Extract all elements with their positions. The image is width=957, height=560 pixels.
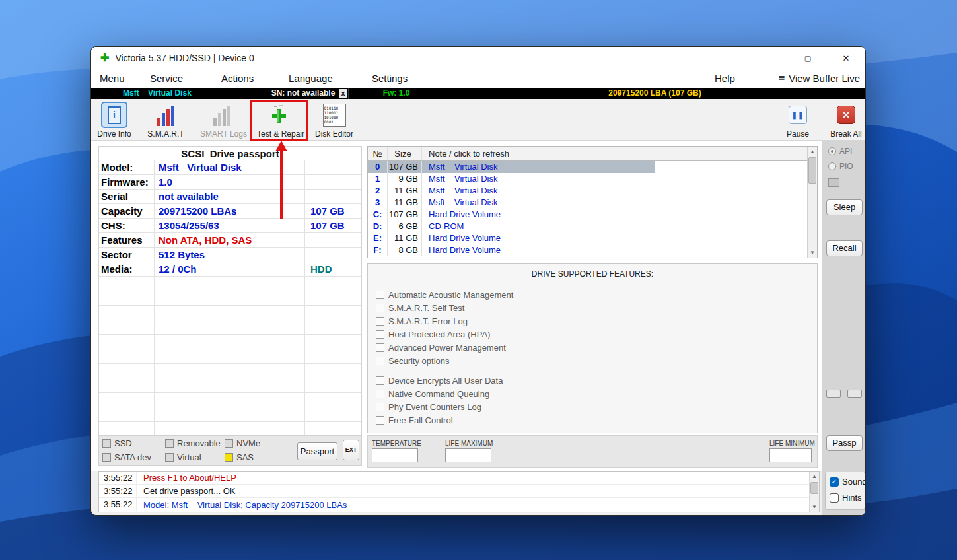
maximize-button[interactable]: ▢ bbox=[789, 47, 827, 69]
features-title: DRIVE SUPPORTED FEATURES: bbox=[368, 269, 817, 279]
passport-row-sector: Sector 512 Bytes bbox=[99, 248, 361, 262]
ext-button[interactable]: EXT bbox=[343, 440, 359, 460]
sleep-button[interactable]: Sleep bbox=[826, 199, 863, 215]
passport-button[interactable]: Passport bbox=[297, 442, 337, 460]
scroll-up-icon[interactable]: ▲ bbox=[810, 472, 819, 481]
menu-item-actions[interactable]: Actions bbox=[221, 73, 254, 84]
drive-list-header[interactable]: № Size Note / click to refresh bbox=[368, 147, 817, 161]
passport-empty-row bbox=[99, 291, 361, 306]
menu-item-language[interactable]: Language bbox=[289, 73, 333, 84]
feature-smart-error-log[interactable]: S.M.A.R.T. Error Log bbox=[376, 314, 817, 328]
feature-free-fall[interactable]: Free-Fall Control bbox=[376, 413, 817, 427]
flag-label: SSD bbox=[114, 438, 132, 448]
hints-checkbox[interactable]: Hints bbox=[830, 493, 862, 503]
titlebar[interactable]: ✚ Victoria 5.37 HDD/SSD | Device 0 — ▢ ✕ bbox=[91, 47, 865, 69]
checkbox-icon-yellow bbox=[225, 453, 233, 462]
scroll-down-icon[interactable]: ▼ bbox=[808, 248, 817, 258]
serial-close-icon[interactable]: x bbox=[339, 89, 347, 98]
menu-item-menu[interactable]: Menu bbox=[100, 73, 125, 84]
disk-editor-binary-icon: 010110 110011 101000 0001 bbox=[321, 102, 347, 128]
small-left-button[interactable] bbox=[826, 390, 841, 398]
feature-security[interactable]: Security options bbox=[376, 354, 817, 367]
view-buffer-live[interactable]: ≣ View Buffer Live bbox=[778, 73, 860, 84]
drive-row-f[interactable]: F: 8 GB Hard Drive Volume bbox=[368, 244, 817, 256]
passport-extra bbox=[305, 190, 361, 203]
feature-label: S.M.A.R.T. Error Log bbox=[388, 316, 468, 326]
drive-row-1[interactable]: 1 9 GB Msft Virtual Disk bbox=[368, 173, 817, 185]
checkbox-icon[interactable] bbox=[376, 390, 384, 398]
checkbox-icon[interactable] bbox=[376, 376, 384, 385]
drive-row-3[interactable]: 3 11 GB Msft Virtual Disk bbox=[368, 197, 817, 209]
checkbox-icon[interactable] bbox=[376, 304, 384, 312]
drive-note: Hard Drive Volume bbox=[422, 209, 655, 221]
col-note-header[interactable]: Note / click to refresh bbox=[422, 147, 655, 160]
checkbox-icon[interactable] bbox=[376, 291, 384, 299]
scrollbar-thumb[interactable] bbox=[810, 482, 818, 494]
recall-button[interactable]: Recall bbox=[826, 240, 863, 256]
drive-row-c[interactable]: C: 107 GB Hard Drive Volume bbox=[368, 209, 817, 221]
strip-capacity: 209715200 LBA (107 GB) bbox=[444, 88, 865, 99]
feature-aam[interactable]: Automatic Acoustic Management bbox=[376, 288, 817, 301]
close-button[interactable]: ✕ bbox=[827, 47, 865, 69]
annotation-highlight-box bbox=[250, 100, 308, 141]
smart-button[interactable]: S.M.A.R.T bbox=[144, 102, 188, 139]
checkbox-icon[interactable] bbox=[376, 403, 384, 411]
scrollbar-thumb[interactable] bbox=[808, 157, 816, 184]
passp-button[interactable]: Passp bbox=[826, 435, 863, 451]
hints-label: Hints bbox=[842, 493, 862, 503]
mode-mini-button[interactable] bbox=[828, 178, 839, 187]
scroll-up-icon[interactable]: ▲ bbox=[808, 147, 817, 157]
temperature-value: – bbox=[372, 448, 418, 462]
checkbox-icon[interactable] bbox=[376, 317, 384, 326]
drive-note: Msft Virtual Disk bbox=[422, 197, 655, 209]
checkbox-icon[interactable] bbox=[376, 357, 384, 365]
disk-editor-button[interactable]: 010110 110011 101000 0001 Disk Editor bbox=[312, 102, 356, 139]
small-right-button[interactable] bbox=[847, 390, 862, 398]
break-all-button[interactable]: ✕ Break All bbox=[824, 102, 866, 139]
checkbox-icon[interactable] bbox=[376, 330, 384, 339]
pio-radio[interactable]: PIO bbox=[828, 162, 853, 171]
checkbox-icon[interactable] bbox=[376, 343, 384, 352]
passport-extra bbox=[305, 175, 361, 189]
radio-icon[interactable] bbox=[828, 147, 836, 155]
api-radio[interactable]: API bbox=[828, 147, 852, 156]
drive-row-0-selected[interactable]: 0 107 GB Msft Virtual Disk bbox=[368, 161, 817, 173]
drive-list-scrollbar[interactable]: ▲ ▼ bbox=[807, 147, 817, 258]
drive-info-button[interactable]: i Drive Info bbox=[92, 102, 136, 139]
feature-phy-counters[interactable]: Phy Event Counters Log bbox=[376, 400, 817, 413]
pause-button[interactable]: ❚❚ Pause bbox=[776, 102, 820, 139]
menu-item-settings[interactable]: Settings bbox=[372, 73, 408, 84]
passport-row-media: Media: 12 / 0Ch HDD bbox=[99, 262, 361, 277]
smart-logs-button[interactable]: SMART Logs bbox=[200, 102, 244, 139]
passport-extra: HDD bbox=[305, 262, 361, 276]
feature-apm[interactable]: Advanced Power Management bbox=[376, 341, 817, 354]
drive-row-d[interactable]: D: 6 GB CD-ROM bbox=[368, 221, 817, 232]
sound-hints-panel: ✓ Sound Hints bbox=[825, 472, 865, 510]
checkbox-icon bbox=[165, 453, 174, 462]
drive-flags-panel: SSD Removable NVMe SATA dev Virtual SAS … bbox=[98, 435, 362, 466]
menu-item-help[interactable]: Help bbox=[715, 73, 735, 84]
feature-encrypt[interactable]: Device Encrypts All User Data bbox=[376, 374, 817, 387]
flag-label: NVMe bbox=[236, 438, 260, 448]
menu-item-service[interactable]: Service bbox=[150, 73, 183, 84]
checkbox-checked-icon[interactable]: ✓ bbox=[830, 477, 839, 487]
list-icon: ≣ bbox=[778, 73, 785, 83]
drive-row-2[interactable]: 2 11 GB Msft Virtual Disk bbox=[368, 185, 817, 197]
feature-hpa[interactable]: Host Protected Area (HPA) bbox=[376, 328, 817, 341]
feature-smart-self-test[interactable]: S.M.A.R.T. Self Test bbox=[376, 301, 817, 314]
checkbox-icon[interactable] bbox=[376, 416, 384, 425]
minimize-button[interactable]: — bbox=[750, 47, 789, 69]
drive-row-e[interactable]: E: 11 GB Hard Drive Volume bbox=[368, 232, 817, 244]
passport-row-chs: CHS: 13054/255/63 107 GB bbox=[99, 219, 361, 233]
log-scrollbar[interactable]: ▲ ▼ bbox=[809, 472, 819, 512]
feature-ncq[interactable]: Native Command Queuing bbox=[376, 387, 817, 400]
sound-checkbox[interactable]: ✓ Sound bbox=[830, 477, 866, 487]
radio-icon[interactable] bbox=[828, 162, 836, 170]
passport-empty-row bbox=[99, 335, 361, 349]
checkbox-icon[interactable] bbox=[830, 493, 839, 503]
log-row: 3:55:22 Model: Msft Virtual Disk; Capaci… bbox=[99, 498, 819, 511]
pause-label: Pause bbox=[776, 129, 820, 139]
col-size-header: Size bbox=[388, 147, 422, 160]
scroll-down-icon[interactable]: ▼ bbox=[810, 502, 819, 512]
passport-extra: 107 GB bbox=[305, 204, 361, 218]
